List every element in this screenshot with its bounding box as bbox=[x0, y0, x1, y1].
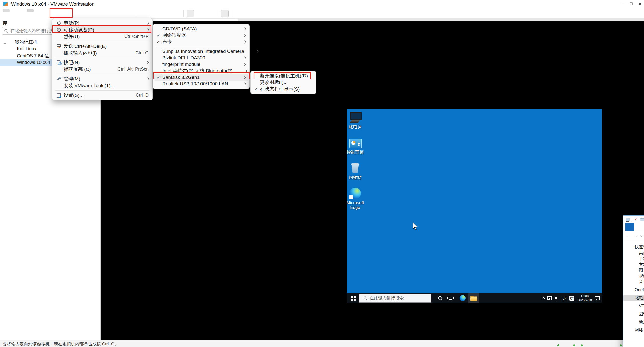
action-center-icon[interactable] bbox=[595, 296, 599, 300]
menu-item[interactable]: ✓ Sunplus Innovation Integrated Camera bbox=[154, 48, 248, 55]
toolbar-icon[interactable] bbox=[139, 10, 146, 17]
explorer-nav-item[interactable]: 文档 bbox=[623, 262, 644, 267]
task-view-button[interactable] bbox=[446, 293, 455, 303]
device-status-icon[interactable] bbox=[561, 341, 567, 346]
active-vm-tab[interactable] bbox=[144, 19, 238, 21]
device-status-icon[interactable] bbox=[600, 341, 606, 346]
expander-icon[interactable] bbox=[4, 41, 6, 44]
new-folder-icon[interactable] bbox=[640, 218, 644, 222]
device-status-icon[interactable] bbox=[553, 341, 559, 346]
toolbar-icon[interactable] bbox=[114, 10, 122, 17]
desktop-icon-label: Microsoft Edge bbox=[344, 200, 367, 210]
menu-item[interactable]: ✓ 网络适配器 bbox=[154, 32, 248, 39]
toolbar-icon[interactable] bbox=[235, 10, 242, 17]
explorer-nav-item[interactable]: 此电脑 bbox=[623, 295, 644, 301]
taskbar-clock[interactable]: 12:08 2025/7/18 bbox=[577, 294, 592, 302]
toolbar-icon[interactable] bbox=[173, 10, 180, 17]
language-indicator[interactable]: 英 bbox=[562, 295, 566, 301]
ribbon-tab[interactable] bbox=[634, 223, 642, 231]
explorer-nav-item[interactable]: 启动盘 (F:) bbox=[623, 311, 644, 317]
nav-item-label: 启动盘 (F:) bbox=[639, 311, 644, 317]
menu-item[interactable]: ✓ 暂停(U) Ctrl+Shift+P bbox=[54, 33, 151, 40]
menu-item[interactable]: ✓ CD/DVD (SATA) bbox=[154, 26, 248, 32]
menu-item[interactable]: ✓ SanDisk 3.2Gen1 bbox=[154, 74, 248, 81]
menu-item[interactable]: ✓ 声卡 bbox=[154, 39, 248, 45]
desktop-icon[interactable]: 控制面板 bbox=[343, 137, 368, 155]
explorer-nav-item[interactable]: 音乐 bbox=[623, 279, 644, 285]
menubar-item[interactable] bbox=[27, 9, 34, 12]
menubar-item[interactable] bbox=[11, 9, 18, 12]
menu-item[interactable]: ✓ fingerprint module bbox=[154, 61, 248, 68]
menubar-item[interactable] bbox=[35, 9, 42, 12]
device-status-icon[interactable] bbox=[616, 341, 622, 346]
explorer-nav-item[interactable]: VTOYEFI (G:) bbox=[623, 303, 644, 309]
toolbar-icon[interactable] bbox=[221, 10, 228, 17]
edge-taskbar-icon[interactable] bbox=[458, 293, 467, 303]
toolbar-icon[interactable] bbox=[125, 10, 132, 17]
vmware-menubar bbox=[3, 9, 50, 12]
menu-item[interactable]: ✓ 电源(P) bbox=[54, 20, 151, 26]
volume-icon[interactable] bbox=[555, 296, 559, 300]
toolbar-icon[interactable] bbox=[152, 10, 159, 17]
taskbar-search-input[interactable] bbox=[370, 296, 427, 301]
menu-item[interactable]: ✓ 更改图标(I)... bbox=[252, 79, 315, 86]
menubar-item[interactable] bbox=[19, 9, 26, 12]
explorer-nav-item[interactable]: 快速访问 bbox=[623, 244, 644, 250]
history-dropdown-icon[interactable] bbox=[640, 234, 643, 237]
back-button[interactable]: ← bbox=[625, 233, 631, 239]
toolbar-icon[interactable] bbox=[197, 10, 204, 17]
device-status-icon[interactable] bbox=[569, 341, 575, 346]
desktop-icon[interactable]: 回收站 bbox=[343, 162, 368, 180]
explorer-nav-item[interactable]: 下载 bbox=[623, 256, 644, 262]
ribbon-tab[interactable] bbox=[642, 223, 644, 231]
tray-overflow-icon[interactable] bbox=[542, 297, 545, 300]
device-status-icon[interactable] bbox=[585, 341, 591, 346]
toolbar-icon[interactable] bbox=[246, 10, 253, 17]
menu-item[interactable]: ✓ 断开连接(连接主机)(D) bbox=[252, 73, 315, 79]
menubar-item[interactable] bbox=[3, 9, 10, 12]
explorer-nav-item[interactable]: 新加卷 (E:) bbox=[623, 319, 644, 325]
menu-item[interactable]: ✓ 抓取输入内容(I) Ctrl+G bbox=[54, 50, 151, 56]
menu-item[interactable]: ✓ 管理(M) bbox=[54, 75, 151, 82]
taskbar-search[interactable] bbox=[359, 294, 431, 303]
explorer-taskbar-icon[interactable] bbox=[468, 293, 479, 303]
menubar-item[interactable] bbox=[43, 9, 50, 12]
forward-button[interactable]: → bbox=[633, 233, 639, 239]
device-status-icon[interactable] bbox=[608, 341, 614, 346]
network-icon[interactable] bbox=[547, 296, 552, 300]
this-pc-icon bbox=[625, 218, 630, 222]
vm-screen[interactable]: 此电脑 控制面板 回收站 Microsoft Edge 此电脑 bbox=[347, 109, 602, 303]
desktop-icon-image bbox=[349, 112, 362, 123]
maximize-button[interactable] bbox=[627, 0, 635, 8]
menu-item[interactable]: ✓ Realtek USB 10/100/1000 LAN bbox=[154, 81, 248, 87]
desktop-icon[interactable]: 此电脑 bbox=[343, 112, 368, 129]
toolbar-icon[interactable] bbox=[208, 10, 215, 17]
ime-indicator[interactable]: 拼 bbox=[569, 296, 574, 301]
explorer-nav-item[interactable]: OneDrive bbox=[623, 287, 644, 293]
menu-item[interactable]: ✓ Intel 英特尔(R) 无线 Bluetooth(R) bbox=[154, 68, 248, 74]
menu-item[interactable]: ✓ 发送 Ctrl+Alt+Del(E) bbox=[54, 43, 151, 50]
explorer-nav-item[interactable]: 图片 bbox=[623, 267, 644, 273]
explorer-nav-item[interactable]: 桌面 bbox=[623, 250, 644, 256]
ribbon-tab[interactable] bbox=[625, 223, 634, 231]
device-status-icon[interactable] bbox=[577, 341, 583, 346]
close-button[interactable] bbox=[635, 0, 644, 8]
show-desktop-divider[interactable] bbox=[602, 295, 602, 302]
explorer-nav-item[interactable]: 视频 bbox=[623, 273, 644, 279]
menu-item[interactable]: ✓ 在状态栏中显示(S) bbox=[252, 86, 315, 92]
cortana-button[interactable] bbox=[436, 293, 445, 303]
toolbar-icon[interactable] bbox=[163, 10, 170, 17]
menu-item[interactable]: ✓ 捕获屏幕 (C) Ctrl+Alt+PrtScn bbox=[54, 66, 151, 73]
minimize-button[interactable] bbox=[618, 0, 627, 8]
properties-icon[interactable] bbox=[634, 218, 638, 222]
desktop-icon[interactable]: Microsoft Edge bbox=[343, 188, 368, 210]
toolbar-icon[interactable] bbox=[187, 10, 194, 17]
start-button[interactable] bbox=[348, 293, 358, 303]
menu-item[interactable]: ✓ 可移动设备(D) bbox=[54, 26, 151, 33]
menu-item[interactable]: ✓ 快照(N) bbox=[54, 59, 151, 66]
device-status-icon[interactable] bbox=[592, 341, 598, 346]
menu-item[interactable]: ✓ 设置(S)... Ctrl+D bbox=[54, 92, 151, 99]
menu-item[interactable]: ✓ Bizlink DELL DA300 bbox=[154, 55, 248, 61]
explorer-nav-item[interactable]: 网络 bbox=[623, 327, 644, 333]
menu-item[interactable]: ✓ 安装 VMware Tools(T)... bbox=[54, 82, 151, 89]
